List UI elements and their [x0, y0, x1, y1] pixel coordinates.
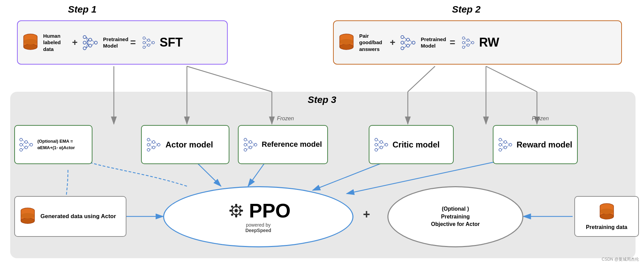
svg-line-135 [502, 140, 504, 142]
actor-model-box: Actor model [141, 125, 229, 164]
svg-line-137 [502, 145, 504, 147]
step3-label: Step 3 [0, 94, 644, 105]
svg-point-73 [467, 44, 469, 46]
svg-point-164 [600, 209, 613, 214]
svg-line-91 [28, 142, 30, 145]
svg-point-69 [462, 37, 465, 39]
db-icon-pair [337, 33, 356, 52]
svg-point-83 [20, 148, 22, 151]
svg-point-97 [152, 146, 155, 149]
critic-label: Critic model [393, 140, 440, 149]
plus-operator: + [363, 207, 370, 222]
svg-point-30 [94, 41, 98, 44]
nn-critic [373, 136, 390, 153]
svg-line-100 [150, 142, 152, 145]
svg-line-136 [502, 142, 504, 145]
svg-line-88 [22, 142, 25, 145]
nn-actor [145, 136, 162, 153]
svg-line-10 [486, 66, 537, 92]
svg-point-57 [401, 35, 404, 38]
svg-point-108 [249, 141, 252, 143]
svg-point-121 [380, 146, 383, 149]
svg-line-64 [404, 39, 407, 42]
nn-reward [497, 136, 514, 153]
svg-point-39 [143, 37, 145, 39]
svg-point-163 [600, 214, 613, 219]
reward-label: Reward model [517, 140, 572, 149]
plus2: + [390, 37, 395, 48]
watermark: CSDN @曼城周杰伦 [602, 257, 639, 262]
svg-line-116 [252, 145, 254, 147]
svg-line-92 [28, 145, 30, 147]
svg-point-133 [504, 146, 507, 149]
svg-line-123 [378, 140, 380, 142]
equals1: = [130, 37, 136, 48]
svg-point-110 [254, 143, 257, 146]
svg-line-138 [502, 147, 504, 150]
svg-point-93 [147, 138, 150, 141]
svg-line-125 [378, 145, 380, 147]
svg-point-25 [83, 35, 86, 38]
svg-line-90 [22, 147, 25, 150]
step1-label: Step 1 [68, 4, 97, 15]
svg-point-72 [467, 39, 469, 41]
svg-point-81 [20, 138, 22, 141]
svg-line-65 [404, 42, 407, 46]
svg-line-102 [150, 147, 152, 150]
svg-line-89 [22, 145, 25, 147]
svg-line-115 [252, 142, 254, 145]
svg-line-140 [507, 145, 509, 147]
step1-box: Human labeled data + Pretrained Mod [17, 20, 228, 65]
nn-rw [460, 35, 476, 50]
svg-line-87 [22, 140, 25, 142]
optional-pretraining-ellipse: (Optional ) Pretraining Objective for Ac… [387, 186, 523, 247]
nn-ema [18, 136, 35, 153]
step2-label: Step 2 [452, 4, 481, 15]
svg-point-27 [83, 47, 86, 50]
svg-point-106 [244, 143, 247, 146]
svg-line-114 [247, 147, 249, 150]
svg-line-8 [408, 66, 435, 92]
svg-point-144 [21, 213, 35, 218]
svg-line-48 [145, 45, 147, 47]
svg-point-42 [147, 39, 150, 41]
svg-point-41 [143, 46, 145, 48]
nn-reference [242, 136, 259, 153]
svg-line-50 [150, 42, 152, 45]
svg-point-84 [25, 141, 28, 143]
svg-point-44 [152, 41, 154, 43]
svg-line-128 [383, 145, 385, 147]
svg-point-107 [244, 148, 247, 151]
svg-point-71 [462, 46, 465, 48]
svg-point-53 [340, 44, 353, 50]
svg-point-29 [89, 44, 92, 47]
svg-point-70 [462, 41, 465, 43]
svg-point-131 [499, 148, 502, 151]
svg-line-99 [150, 140, 152, 142]
svg-line-47 [145, 42, 147, 45]
svg-line-79 [469, 40, 471, 42]
svg-line-45 [145, 38, 147, 40]
svg-point-61 [406, 44, 410, 47]
nn-pretrained-step1 [81, 33, 100, 52]
reference-model-box: Reference model [238, 125, 328, 164]
svg-point-58 [401, 41, 404, 44]
svg-point-21 [24, 44, 37, 50]
ema-box: (Optional) EMA = αEMA+(1- α)Actor [14, 125, 92, 164]
svg-point-132 [504, 141, 507, 143]
svg-point-86 [30, 143, 33, 146]
svg-line-126 [378, 147, 380, 150]
svg-point-129 [499, 138, 502, 141]
svg-point-62 [412, 41, 415, 44]
pretraining-data-box: Pretraining data [574, 196, 639, 237]
svg-point-82 [20, 143, 22, 146]
svg-point-148 [234, 209, 238, 212]
nn-pretrained-step2 [399, 33, 417, 52]
pretrained-label-step1: Pretrained Model [103, 36, 125, 49]
svg-rect-151 [229, 210, 232, 212]
human-label-text: Human labeled data [43, 33, 69, 53]
deepspeed-text: powered by DeepSpeed [245, 222, 271, 233]
svg-point-85 [25, 146, 28, 149]
sft-label: SFT [160, 35, 183, 50]
svg-line-67 [410, 39, 412, 42]
